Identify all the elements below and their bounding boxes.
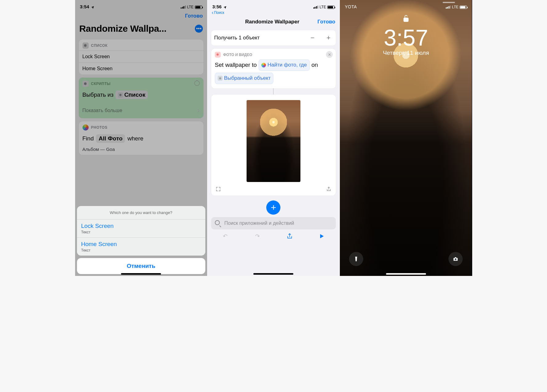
page-title: Randomize Wallpaper: [227, 19, 317, 25]
svg-point-1: [455, 258, 457, 260]
battery-icon: [327, 6, 335, 9]
set-wallpaper-card: ⚛ФОТО И ВИДЕО ✕ Set wallpaper to Найти ф…: [211, 49, 336, 88]
card-header: ФОТО И ВИДЕО: [223, 53, 252, 57]
battery-icon: [460, 6, 467, 9]
redo-button[interactable]: [253, 232, 262, 241]
atom-icon: ⚛: [215, 52, 221, 58]
carrier-label: YOTA: [345, 4, 357, 9]
get-label: Получить 1 объект: [214, 35, 260, 41]
network-label: LTE: [452, 5, 458, 9]
network-label: LTE: [320, 5, 326, 9]
phone-lock-screen: YOTA LTE 3:57 Четверг, 11 июля: [340, 0, 472, 276]
signal-icon: [446, 6, 451, 9]
home-indicator[interactable]: [253, 273, 293, 275]
done-button[interactable]: Готово: [317, 19, 335, 25]
search-icon: [215, 220, 222, 226]
bottom-toolbar: [207, 229, 340, 243]
location-icon: [223, 4, 227, 9]
back-link[interactable]: Поиск: [207, 10, 340, 15]
share-button[interactable]: [285, 232, 294, 241]
sheet-option-home[interactable]: Home Screen Текст: [77, 237, 205, 256]
signal-icon: [313, 6, 319, 9]
phone-shortcuts-edit: 3:54 LTE Готово Randomize Wallpa... ••• …: [75, 0, 207, 276]
get-item-row: Получить 1 объект − +: [211, 30, 336, 46]
photos-icon: [261, 63, 266, 67]
increment-button[interactable]: +: [324, 34, 333, 42]
flashlight-button[interactable]: [349, 252, 363, 266]
undo-button[interactable]: [221, 232, 230, 241]
status-bar: YOTA LTE: [340, 0, 472, 10]
run-button[interactable]: [317, 232, 326, 241]
phone-shortcuts-action: 3:56 LTE Поиск Randomize Wallpaper Готов…: [207, 0, 340, 276]
result-image[interactable]: [247, 100, 300, 182]
status-bar: 3:56 LTE: [207, 0, 340, 10]
gear-icon: ✻: [218, 76, 223, 81]
home-indicator[interactable]: [121, 273, 161, 275]
flow-connector: [273, 88, 274, 95]
sheet-cancel-button[interactable]: Отменить: [77, 258, 205, 274]
result-preview-card: [211, 95, 336, 196]
unlock-icon: [403, 18, 409, 24]
sheet-option-lock[interactable]: Lock Screen Текст: [77, 219, 205, 237]
search-actions-input[interactable]: Поиск приложений и действий: [211, 217, 336, 229]
home-indicator[interactable]: [386, 273, 426, 275]
remove-action-button[interactable]: ✕: [326, 51, 333, 58]
share-icon[interactable]: [325, 186, 332, 192]
nav-bar: Randomize Wallpaper Готово: [207, 15, 340, 28]
sheet-prompt: Which one do you want to change?: [77, 206, 205, 219]
expand-icon[interactable]: [215, 186, 222, 192]
status-time: 3:56: [212, 4, 222, 9]
lock-date: Четверг, 11 июля: [340, 50, 472, 56]
notch-indicator: [443, 2, 455, 3]
selected-item-token[interactable]: ✻Выбранный объект: [215, 73, 274, 84]
on-label: on: [312, 60, 318, 70]
action-text: Set wallpaper to: [215, 60, 257, 70]
decrement-button[interactable]: −: [308, 34, 317, 42]
svg-rect-0: [404, 18, 408, 22]
action-sheet: Which one do you want to change? Lock Sc…: [77, 206, 205, 274]
lock-time: 3:57: [340, 25, 472, 51]
add-action-button[interactable]: +: [266, 200, 280, 215]
find-photos-token[interactable]: Найти фото, где: [259, 59, 310, 71]
search-placeholder: Поиск приложений и действий: [224, 220, 294, 226]
